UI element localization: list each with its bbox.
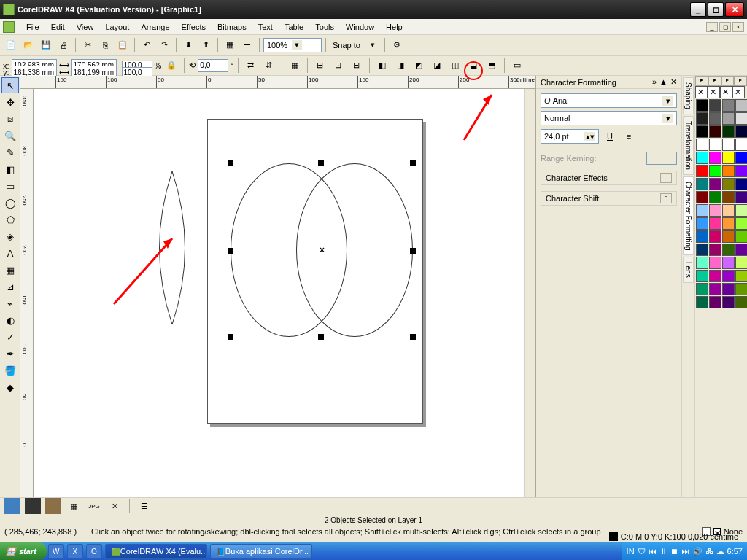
new-button[interactable]: 📄 [3,37,19,53]
docker-close-icon[interactable]: ✕ [670,77,677,87]
color-swatch[interactable] [722,99,735,112]
color-swatch[interactable] [696,204,708,217]
color-swatch[interactable] [735,230,747,243]
no-fill-swatch[interactable] [695,86,708,98]
menu-arrange[interactable]: Arrange [135,21,175,33]
zoom-combo[interactable]: 100%▾ [263,38,322,52]
connector-tool[interactable]: ⌁ [1,295,19,311]
align-button[interactable]: ▦ [287,58,303,74]
text-tool[interactable]: A [1,245,19,261]
color-swatch[interactable] [722,257,735,269]
color-swatch[interactable] [696,244,708,256]
font-combo[interactable]: O Arial▾ [541,93,677,108]
quick-launch-opera[interactable]: O [86,544,102,559]
color-swatch[interactable] [709,191,721,203]
minimize-button[interactable]: _ [690,2,706,17]
start-button[interactable]: 🪟 start [0,542,47,560]
menu-view[interactable]: View [71,21,100,33]
no-fill-swatch-3[interactable] [720,86,732,98]
color-swatch[interactable] [696,257,708,269]
system-tray[interactable]: IN 🛡 ⏮ ⏸ ⏹ ⏭ 🔊 🖧 ☁ 6:57 [622,542,747,560]
hint-swatch-1[interactable] [4,498,20,514]
vtab-character-formatting[interactable]: Character Formatting [683,176,694,255]
palette-up-4[interactable]: ▸ [734,76,747,86]
vertical-scrollbar[interactable] [524,89,535,512]
color-swatch[interactable] [735,125,747,138]
selection-center-icon[interactable]: × [320,245,325,255]
color-swatch[interactable] [722,204,735,217]
mdi-minimize-button[interactable]: _ [706,22,718,32]
color-swatch[interactable] [735,112,747,125]
color-swatch[interactable] [735,257,747,269]
crop-tool[interactable]: ⧇ [1,111,19,127]
tray-next-icon[interactable]: ⏭ [681,547,689,556]
menu-file[interactable]: File [20,21,45,33]
color-swatch[interactable] [735,152,747,164]
hint-swatch-2[interactable] [25,498,41,514]
trim-button[interactable]: ◩ [411,58,427,74]
color-swatch[interactable] [735,99,747,112]
docker-title[interactable]: Character Formatting » ▲ ✕ [536,76,681,89]
color-swatch[interactable] [709,257,721,269]
eyedropper-tool[interactable]: ✓ [1,329,19,345]
zoom-tool[interactable]: 🔍 [1,128,19,144]
underline-button[interactable]: U [602,128,618,144]
menu-tools[interactable]: Tools [309,21,340,33]
vtab-lens[interactable]: Lens [683,257,694,283]
tray-prev-icon[interactable]: ⏮ [649,547,657,556]
color-swatch[interactable] [735,191,747,203]
interactive-fill-tool[interactable]: ◆ [1,379,19,395]
quick-launch-excel[interactable]: X [67,544,83,559]
color-swatch[interactable] [735,244,747,256]
color-swatch[interactable] [735,283,747,295]
color-swatch[interactable] [722,152,735,164]
character-shift-row[interactable]: Character Shiftˇ [541,191,677,206]
language-indicator[interactable]: IN [627,547,635,556]
ellipse-right[interactable] [296,163,413,337]
color-swatch[interactable] [709,139,721,151]
basic-shapes-tool[interactable]: ◈ [1,228,19,244]
handle-e[interactable] [410,248,416,254]
tray-network-icon[interactable]: 🖧 [705,547,713,556]
combine-button[interactable]: ◧ [374,58,390,74]
cut-button[interactable]: ✂ [80,37,96,53]
menu-edit[interactable]: Edit [45,21,71,33]
mdi-restore-button[interactable]: ◻ [719,22,731,32]
tray-play-icon[interactable]: ⏸ [659,547,667,556]
redo-button[interactable]: ↷ [156,37,172,53]
interactive-tool[interactable]: ◐ [1,312,19,328]
color-swatch[interactable] [722,178,735,190]
hint-list-icon[interactable]: ☰ [136,498,152,514]
color-swatch[interactable] [722,191,735,203]
group-button[interactable]: ⊡ [330,58,347,74]
color-swatch[interactable] [735,165,747,177]
front-minus-back-button[interactable]: ⬓ [465,58,481,74]
tray-stop-icon[interactable]: ⏹ [670,547,678,556]
handle-sw[interactable] [228,334,233,340]
handle-ne[interactable] [410,160,416,166]
menu-window[interactable]: Window [340,21,380,33]
docker-roll-icon[interactable]: ▲ [659,77,667,87]
back-minus-front-button[interactable]: ⬒ [484,58,500,74]
color-swatch[interactable] [709,217,721,230]
snap-dropdown[interactable]: ▾ [365,37,381,53]
hint-delete-icon[interactable]: ✕ [107,498,123,514]
color-swatch[interactable] [735,178,747,190]
export-button[interactable]: ⬆ [198,37,214,53]
polygon-tool[interactable]: ⬠ [1,211,19,228]
hint-jpg-icon[interactable]: JPG [86,498,102,514]
hint-grid-icon[interactable]: ▦ [66,498,82,514]
docker-collapse-icon[interactable]: » [652,77,657,87]
mirror-v-button[interactable]: ⇵ [261,58,277,74]
color-swatch[interactable] [709,112,721,125]
outline-tool[interactable]: ✒ [1,346,19,362]
task-coreldraw[interactable]: 🟩 CorelDRAW X4 (Evalu... [105,544,207,559]
character-effects-row[interactable]: Character Effectsˇ [541,171,677,185]
ungroup-all-button[interactable]: ⊟ [349,58,365,74]
font-style-combo[interactable]: Normal▾ [541,111,677,125]
color-swatch[interactable] [722,217,735,230]
font-size-combo[interactable]: 24,0 pt▴▾ [541,129,599,144]
color-swatch[interactable] [735,296,747,308]
strikethrough-button[interactable]: ≡ [621,128,637,144]
horizontal-ruler[interactable]: millimeters 15010050050100150200250300 [20,76,535,89]
